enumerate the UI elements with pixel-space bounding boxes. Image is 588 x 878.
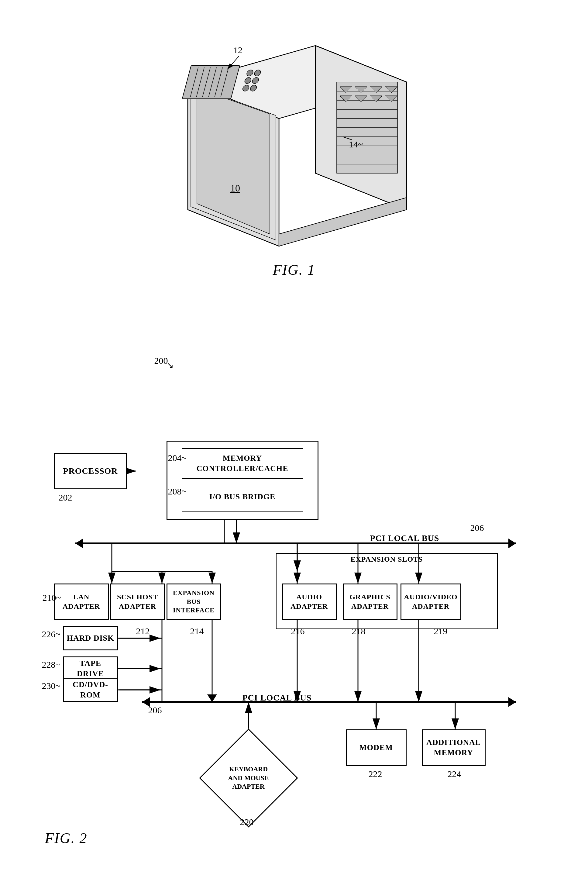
audio-adapter-block: AUDIO ADAPTER [282,584,337,620]
ref-220: 220 [240,817,254,827]
additional-memory-block: ADDITIONAL MEMORY [422,729,486,766]
ref-219: 219 [434,626,448,636]
ref-218: 218 [352,626,366,636]
ref-226: 226~ [42,629,60,639]
scsi-host-block: SCSI HOST ADAPTER [110,584,165,620]
io-bus-bridge-block: I/O BUS BRIDGE [182,482,303,512]
fig2-section: 200 ↘ MEMORY CONTROLLER/CACHE 204~ I/O B… [0,334,588,860]
pci-bus-bottom-label: PCI LOCAL BUS [243,693,312,702]
ref-206b: 206 [148,705,162,715]
ref-208: 208~ [168,486,187,497]
graphics-adapter-block: GRAPHICS ADAPTER [343,584,398,620]
svg-marker-39 [279,198,406,246]
fig1-container: 12 14~ 10 FIG. 1 [0,0,588,334]
ref-224: 224 [448,769,461,779]
lan-adapter-block: LAN ADAPTER [54,584,109,620]
ref-204: 204~ [168,453,187,463]
audio-video-block: AUDIO/VIDEO ADAPTER [400,584,461,620]
memory-controller-block: MEMORY CONTROLLER/CACHE [182,448,303,479]
processor-block: PROCESSOR [54,453,127,489]
hard-disk-block: HARD DISK [63,626,118,650]
fig1-svg: 12 14~ 10 [158,18,431,255]
svg-text:10: 10 [230,183,240,194]
fig2-wrapper: 200 ↘ MEMORY CONTROLLER/CACHE 204~ I/O B… [36,341,552,842]
ref-200: 200 [154,356,168,366]
expansion-bus-block: EXPANSION BUS INTERFACE [166,584,221,620]
svg-rect-8 [182,65,240,99]
tape-drive-block: TAPE DRIVE [63,656,118,681]
svg-marker-50 [75,539,83,548]
cd-dvd-block: CD/DVD-ROM [63,678,118,702]
ref-202: 202 [58,492,72,503]
svg-text:12: 12 [233,45,243,55]
ref-210: 210~ [42,593,61,603]
ref-206: 206 [470,523,484,533]
ref-230: 230~ [42,681,60,691]
fig1-drawing: 12 14~ 10 [158,18,431,255]
ref-216: 216 [291,626,305,636]
ref-228: 228~ [42,659,60,670]
fig2-caption: FIG. 2 [45,830,87,846]
modem-block: MODEM [346,729,406,766]
keyboard-mouse-diamond: KEYBOARD AND MOUSE ADAPTER [209,738,288,818]
pci-bus-top-label: PCI LOCAL BUS [370,533,440,543]
svg-text:14~: 14~ [349,139,363,149]
svg-marker-75 [207,695,217,702]
ref-222: 222 [369,769,382,779]
svg-marker-51 [508,539,516,548]
svg-marker-54 [508,697,516,707]
ref-200-arrow: ↘ [166,360,174,370]
ref-214: 214 [190,626,204,636]
ref-212: 212 [136,626,150,636]
fig1-caption: FIG. 1 [273,261,315,278]
